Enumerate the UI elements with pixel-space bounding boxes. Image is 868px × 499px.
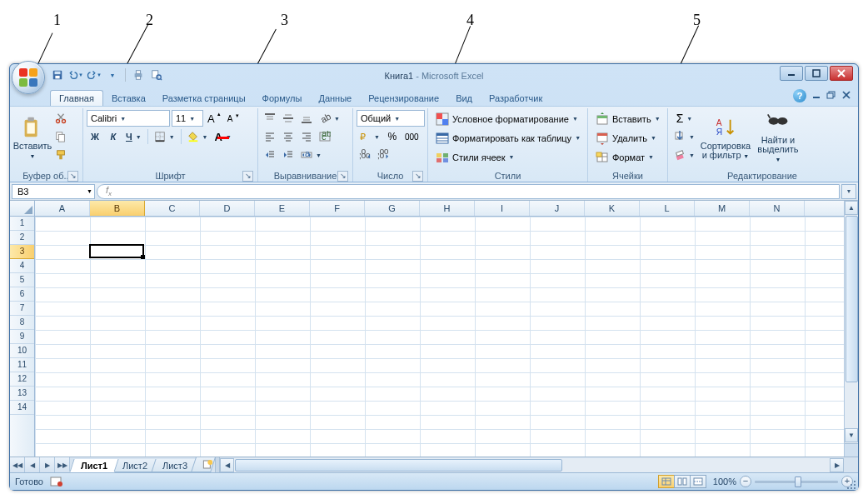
borders-icon[interactable]: ▼ bbox=[152, 128, 177, 145]
workbook-close-button[interactable] bbox=[841, 90, 851, 102]
print-preview-icon[interactable] bbox=[149, 67, 164, 82]
row-header[interactable]: 9 bbox=[10, 330, 34, 344]
zoom-out-button[interactable]: − bbox=[740, 476, 751, 487]
column-header[interactable]: C bbox=[145, 201, 200, 216]
align-right-icon[interactable] bbox=[298, 128, 315, 145]
insert-cells-button[interactable]: Вставить▼ bbox=[591, 110, 664, 127]
alignment-launcher[interactable] bbox=[337, 171, 348, 182]
conditional-formatting-button[interactable]: Условное форматирование▼ bbox=[432, 110, 584, 127]
grow-font-icon[interactable]: A▴ bbox=[205, 110, 223, 127]
row-header[interactable]: 1 bbox=[10, 217, 34, 231]
underline-button[interactable]: Ч▼ bbox=[123, 128, 144, 145]
autosum-icon[interactable]: Σ▼ bbox=[671, 110, 697, 127]
formula-bar[interactable]: fx bbox=[97, 184, 840, 199]
scroll-down-button[interactable]: ▼ bbox=[845, 428, 858, 442]
format-cells-button[interactable]: Формат▼ bbox=[591, 148, 664, 166]
horizontal-scrollbar[interactable]: ◀ ▶ bbox=[220, 458, 844, 472]
workbook-minimize-button[interactable] bbox=[811, 90, 821, 102]
shrink-font-icon[interactable]: A▾ bbox=[225, 110, 242, 127]
fill-color-icon[interactable]: ▼ bbox=[185, 128, 211, 145]
column-header[interactable]: B bbox=[90, 201, 145, 216]
tab-formulas[interactable]: Формулы bbox=[254, 91, 311, 106]
fill-icon[interactable]: ▼ bbox=[671, 128, 697, 145]
column-header[interactable]: I bbox=[475, 201, 530, 216]
select-all-corner[interactable] bbox=[10, 201, 35, 216]
column-header[interactable]: D bbox=[200, 201, 255, 216]
column-header[interactable]: J bbox=[530, 201, 585, 216]
tab-nav-prev[interactable]: ◀ bbox=[25, 457, 40, 472]
scroll-left-button[interactable]: ◀ bbox=[220, 458, 234, 472]
name-box[interactable]: B3▼ bbox=[12, 184, 95, 199]
minimize-button[interactable] bbox=[780, 66, 803, 81]
scroll-up-button[interactable]: ▲ bbox=[845, 201, 858, 215]
tab-nav-last[interactable]: ▶▶ bbox=[55, 457, 70, 472]
qat-customize-icon[interactable]: ▼ bbox=[105, 67, 120, 82]
insert-sheet-tab[interactable] bbox=[191, 457, 216, 472]
orientation-icon[interactable]: ab▼ bbox=[317, 110, 342, 127]
font-launcher[interactable] bbox=[242, 171, 253, 182]
row-header[interactable]: 10 bbox=[10, 344, 34, 358]
tab-nav-next[interactable]: ▶ bbox=[40, 457, 55, 472]
percent-icon[interactable]: % bbox=[384, 128, 401, 145]
align-middle-icon[interactable] bbox=[280, 110, 297, 127]
tab-review[interactable]: Рецензирование bbox=[360, 91, 447, 106]
align-bottom-icon[interactable] bbox=[298, 110, 315, 127]
active-cell[interactable] bbox=[89, 244, 144, 258]
row-header[interactable]: 14 bbox=[10, 401, 34, 415]
workbook-restore-button[interactable] bbox=[826, 90, 836, 102]
help-button[interactable]: ? bbox=[793, 89, 806, 102]
row-header[interactable]: 12 bbox=[10, 372, 34, 387]
cell-styles-button[interactable]: Стили ячеек▼ bbox=[432, 148, 584, 166]
zoom-thumb[interactable] bbox=[795, 477, 801, 487]
row-header[interactable]: 4 bbox=[10, 259, 34, 273]
align-top-icon[interactable] bbox=[262, 110, 278, 127]
sheet-tab[interactable]: Лист1 bbox=[69, 459, 118, 472]
vscroll-thumb[interactable] bbox=[846, 216, 858, 382]
row-header[interactable]: 5 bbox=[10, 273, 34, 287]
row-header[interactable]: 8 bbox=[10, 316, 34, 330]
view-normal-button[interactable] bbox=[658, 475, 675, 488]
format-as-table-button[interactable]: Форматировать как таблицу▼ bbox=[432, 129, 584, 147]
column-header[interactable]: N bbox=[750, 201, 805, 216]
row-header[interactable]: 6 bbox=[10, 287, 34, 302]
close-button[interactable] bbox=[830, 66, 853, 81]
column-header[interactable]: L bbox=[640, 201, 695, 216]
cell-grid[interactable] bbox=[35, 217, 858, 457]
fx-icon[interactable]: fx bbox=[106, 185, 112, 197]
align-center-icon[interactable] bbox=[280, 128, 297, 145]
format-painter-icon[interactable] bbox=[52, 147, 69, 163]
tab-page-layout[interactable]: Разметка страницы bbox=[154, 91, 254, 106]
tab-insert[interactable]: Вставка bbox=[103, 91, 154, 106]
increase-indent-icon[interactable] bbox=[280, 147, 297, 163]
number-format-combo[interactable]: Общий▼ bbox=[357, 110, 425, 127]
row-header[interactable]: 3 bbox=[10, 245, 34, 259]
maximize-button[interactable] bbox=[805, 66, 828, 81]
tab-home[interactable]: Главная bbox=[50, 90, 103, 106]
font-name-combo[interactable]: Calibri▼ bbox=[87, 110, 170, 127]
font-size-combo[interactable]: 11▼ bbox=[172, 110, 203, 127]
sort-filter-button[interactable]: АЯ Сортировка и фильтр ▼ bbox=[700, 110, 751, 165]
comma-icon[interactable]: 000 bbox=[402, 128, 422, 145]
copy-icon[interactable] bbox=[52, 128, 69, 145]
save-icon[interactable] bbox=[50, 67, 65, 82]
tab-data[interactable]: Данные bbox=[310, 91, 360, 106]
redo-icon[interactable]: ▼ bbox=[87, 67, 102, 82]
decrease-indent-icon[interactable] bbox=[262, 147, 278, 163]
office-button[interactable] bbox=[12, 61, 45, 94]
undo-icon[interactable]: ▼ bbox=[68, 67, 83, 82]
increase-decimal-icon[interactable]: ,0,00 bbox=[357, 147, 373, 163]
scroll-right-button[interactable]: ▶ bbox=[830, 458, 844, 472]
tab-nav-first[interactable]: ◀◀ bbox=[10, 457, 25, 472]
wrap-text-icon[interactable]: abc bbox=[317, 128, 333, 145]
vertical-scrollbar[interactable]: ▲ ▼ bbox=[844, 201, 858, 457]
tab-view[interactable]: Вид bbox=[447, 91, 481, 106]
zoom-label[interactable]: 100% bbox=[713, 477, 736, 487]
macro-record-icon[interactable] bbox=[50, 476, 63, 487]
font-color-icon[interactable]: A▼ bbox=[212, 128, 234, 145]
column-header[interactable]: A bbox=[35, 201, 90, 216]
number-launcher[interactable] bbox=[412, 171, 423, 182]
hscroll-thumb[interactable] bbox=[235, 459, 562, 472]
merge-center-icon[interactable]: a▼ bbox=[298, 147, 324, 163]
column-header[interactable]: M bbox=[695, 201, 750, 216]
currency-icon[interactable]: ₽▼ bbox=[357, 128, 382, 145]
